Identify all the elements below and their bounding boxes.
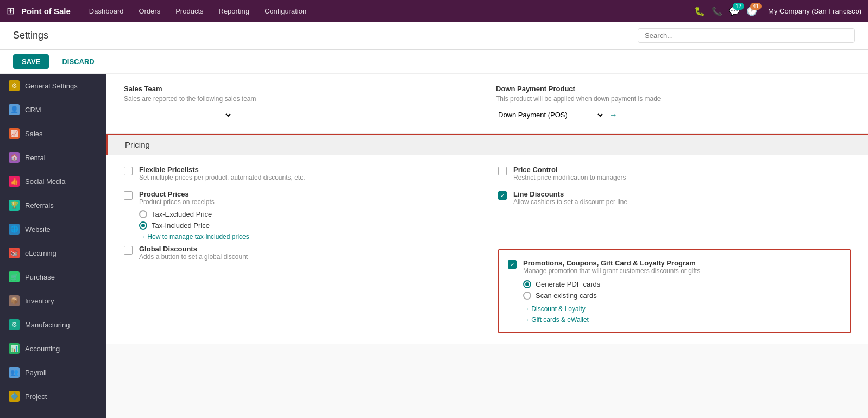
flexible-pricelists-checkbox[interactable] [124,167,133,175]
search-input[interactable] [638,28,855,43]
promotions-content: Promotions, Coupons, Gift Card & Loyalty… [523,259,700,324]
pricing-mid-grid: Product Prices Product prices on receipt… [124,190,851,240]
line-discounts-text: Line Discounts Allow cashiers to set a d… [513,190,627,206]
sidebar-label-crm: CRM [25,106,41,114]
chat-badge: 12 [733,3,744,10]
sales-team-select[interactable] [124,108,232,122]
save-button[interactable]: SAVE [13,54,49,69]
sidebar-label-project: Project [25,392,47,401]
global-discounts-text: Global Discounts Adds a button to set a … [139,245,248,261]
scan-existing-radio[interactable] [523,292,531,300]
company-name: My Company (San Francisco) [768,7,861,15]
accounting-icon: 📊 [9,343,20,354]
line-discounts-label: Line Discounts [513,190,627,198]
sidebar-item-crm[interactable]: 👤 CRM [0,98,106,122]
sidebar-label-referrals: Referrals [25,201,54,210]
sidebar-item-inventory[interactable]: 📦 Inventory [0,289,106,313]
global-discounts-checkbox[interactable] [124,246,133,255]
discard-button[interactable]: DISCARD [53,54,103,69]
generate-pdf-option[interactable]: Generate PDF cards [523,280,700,288]
down-payment-half: Down Payment Product This product will b… [496,85,851,122]
gift-cards-link[interactable]: → Gift cards & eWallet [523,316,700,324]
sidebar-item-accounting[interactable]: 📊 Accounting [0,337,106,360]
promotions-column: Promotions, Coupons, Gift Card & Loyalty… [498,245,851,333]
product-prices-row: Product Prices Product prices on receipt… [124,190,476,206]
down-payment-select[interactable]: Down Payment (POS) [496,108,605,122]
nav-products[interactable]: Products [170,7,209,15]
sidebar-item-social-media[interactable]: 👍 Social Media [0,169,106,193]
generate-pdf-radio[interactable] [523,280,531,288]
line-discounts-desc: Allow cashiers to set a discount per lin… [513,198,627,206]
price-control-text: Price Control Restrict price modificatio… [513,166,626,181]
nav-dashboard[interactable]: Dashboard [84,7,129,15]
promotions-links: → Discount & Loyalty → Gift cards & eWal… [523,305,700,324]
product-prices-label: Product Prices [139,190,215,198]
discount-loyalty-link[interactable]: → Discount & Loyalty [523,305,700,313]
global-discounts-label: Global Discounts [139,245,248,253]
sidebar-label-social-media: Social Media [25,178,65,186]
crm-icon: 👤 [9,104,20,115]
general-settings-icon: ⚙ [9,80,20,91]
sales-team-section: Sales Team Sales are reported to the fol… [106,74,868,134]
nav-reporting[interactable]: Reporting [213,7,255,15]
sidebar-item-purchase[interactable]: 🛒 Purchase [0,265,106,289]
tax-included-option[interactable]: Tax-Included Price [139,221,476,230]
nav-configuration[interactable]: Configuration [259,7,312,15]
sales-team-half: Sales Team Sales are reported to the fol… [124,85,479,122]
clock-icon[interactable]: 🕐 41 [746,6,757,16]
sidebar-label-website: Website [25,225,51,233]
sidebar-item-website[interactable]: 🌐 Website [0,217,106,241]
product-prices-column: Product Prices Product prices on receipt… [124,190,476,240]
manufacturing-icon: ⚙ [9,319,20,330]
sidebar-item-general-settings[interactable]: ⚙ General Settings [0,74,106,98]
sidebar-item-rental[interactable]: 🏠 Rental [0,145,106,169]
nav-orders[interactable]: Orders [133,7,166,15]
tax-excluded-radio[interactable] [139,210,147,218]
bug-icon[interactable]: 🐛 [694,6,705,16]
sidebar-item-sales[interactable]: 📈 Sales [0,122,106,145]
sidebar-label-accounting: Accounting [25,345,60,353]
content-area: Sales Team Sales are reported to the fol… [106,74,868,418]
pricing-bottom-grid: Global Discounts Adds a button to set a … [124,245,851,333]
sidebar-item-elearning[interactable]: 📚 eLearning [0,241,106,265]
promotions-checkbox[interactable] [508,260,517,269]
settings-header: Settings [0,22,868,50]
flexible-pricelists-text: Flexible Pricelists Set multiple prices … [139,166,305,181]
rental-icon: 🏠 [9,152,20,163]
down-payment-arrow-icon[interactable]: → [609,110,618,120]
chat-icon[interactable]: 💬 12 [729,6,740,16]
generate-pdf-label: Generate PDF cards [536,280,600,288]
tax-included-radio[interactable] [139,221,147,230]
line-discounts-checkbox[interactable] [498,191,507,200]
tax-excluded-option[interactable]: Tax-Excluded Price [139,210,476,218]
price-control-label: Price Control [513,166,626,174]
app-name: Point of Sale [21,7,71,16]
sidebar-item-project[interactable]: 🔷 Project [0,384,106,408]
product-prices-desc: Product prices on receipts [139,198,215,206]
inventory-icon: 📦 [9,295,20,306]
pricing-section-header: Pricing [106,134,868,155]
tax-included-link[interactable]: → How to manage tax-included prices [139,233,476,240]
website-icon: 🌐 [9,224,20,235]
product-prices-checkbox[interactable] [124,191,133,200]
action-bar: SAVE DISCARD [0,50,868,74]
sidebar-label-inventory: Inventory [25,297,54,305]
phone-icon[interactable]: 📞 [712,6,722,16]
app-grid-icon[interactable]: ⊞ [7,5,15,17]
sidebar-label-rental: Rental [25,154,46,162]
main-layout: ⚙ General Settings 👤 CRM 📈 Sales 🏠 Renta… [0,74,868,418]
price-control-checkbox[interactable] [498,167,507,175]
sidebar-item-payroll[interactable]: 👥 Payroll [0,360,106,384]
scan-existing-option[interactable]: Scan existing cards [523,292,700,300]
sidebar-item-manufacturing[interactable]: ⚙ Manufacturing [0,313,106,337]
social-media-icon: 👍 [9,176,20,187]
sidebar: ⚙ General Settings 👤 CRM 📈 Sales 🏠 Renta… [0,74,106,418]
promotions-radio-group: Generate PDF cards Scan existing cards [523,280,700,300]
global-discounts-column: Global Discounts Adds a button to set a … [124,245,476,333]
sidebar-label-general-settings: General Settings [25,82,78,90]
page-title: Settings [13,30,427,41]
scan-existing-label: Scan existing cards [536,292,597,300]
price-control-desc: Restrict price modification to managers [513,174,626,181]
sidebar-item-referrals[interactable]: 🏆 Referrals [0,193,106,217]
sales-team-label: Sales Team [124,85,479,93]
